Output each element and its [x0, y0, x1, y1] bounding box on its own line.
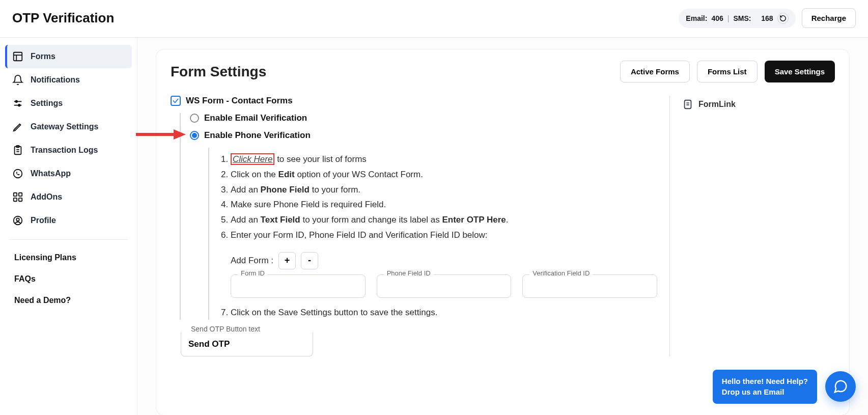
sidebar-label: Forms [31, 52, 55, 61]
form-id-label: Form ID [238, 269, 268, 277]
sidebar-item-settings[interactable]: Settings [5, 92, 132, 115]
credits-pill: Email:406 | SMS: 168 [679, 9, 795, 28]
help-bubble: Hello there! Need Help? Drop us an Email [713, 370, 856, 404]
verification-field-id-wrap: Verification Field ID [522, 274, 657, 298]
help-line1: Hello there! Need Help? [722, 376, 808, 387]
form-id-input[interactable] [231, 274, 366, 298]
sidebar-label: Notifications [31, 75, 80, 85]
chat-icon [833, 379, 848, 394]
form-link[interactable]: FormLink [682, 99, 835, 110]
add-form-plus-button[interactable]: + [278, 252, 296, 269]
sidebar-item-gateway[interactable]: Gateway Settings [5, 115, 132, 139]
step-6: Enter your Form ID, Phone Field ID and V… [231, 228, 657, 243]
phone-radio[interactable] [190, 131, 199, 140]
sidebar-link-licensing[interactable]: Licensing Plans [5, 247, 132, 268]
verification-field-id-input[interactable] [522, 274, 657, 298]
svg-marker-19 [174, 129, 186, 140]
sidebar-item-addons[interactable]: AddOns [5, 185, 132, 209]
click-here-link[interactable]: Click Here [231, 153, 274, 165]
page-actions: Active Forms Forms List Save Settings [620, 61, 835, 82]
add-form-minus-button[interactable]: - [301, 252, 318, 269]
topbar-right: Email:406 | SMS: 168 Recharge [679, 8, 856, 28]
plugin-checkbox[interactable] [171, 96, 181, 106]
svg-point-17 [16, 218, 19, 221]
svg-rect-0 [14, 52, 22, 61]
page-title: OTP Verification [12, 10, 114, 26]
phone-field-id-wrap: Phone Field ID [377, 274, 512, 298]
step-3: Add an Phone Field to your form. [231, 182, 657, 198]
instructions: Click Here to see your list of forms Cli… [208, 148, 657, 320]
sidebar-link-demo[interactable]: Need a Demo? [5, 290, 132, 311]
add-form-row: Add Form : + - [221, 252, 657, 269]
step-1-text: to see your list of forms [274, 154, 366, 164]
help-fab[interactable] [825, 371, 856, 402]
grid-icon [12, 191, 23, 203]
right-column: FormLink [682, 96, 835, 356]
topbar: OTP Verification Email:406 | SMS: 168 Re… [0, 0, 868, 38]
sliders-icon [12, 98, 23, 109]
email-label: Email: [686, 14, 707, 22]
form-id-wrap: Form ID [231, 274, 366, 298]
svg-rect-12 [14, 193, 17, 196]
active-forms-button[interactable]: Active Forms [620, 61, 690, 82]
sidebar-link-faqs[interactable]: FAQs [5, 268, 132, 290]
enable-email-row: Enable Email Verification [190, 113, 657, 123]
send-otp-input[interactable] [181, 332, 313, 356]
whatsapp-icon [12, 168, 23, 179]
add-form-label: Add Form : [231, 256, 273, 266]
page-head: Form Settings Active Forms Forms List Sa… [171, 61, 835, 82]
sidebar-item-whatsapp[interactable]: WhatsApp [5, 162, 132, 185]
clipboard-icon [12, 145, 23, 156]
sidebar-item-profile[interactable]: Profile [5, 209, 132, 232]
form-link-label: FormLink [698, 100, 736, 109]
svg-rect-15 [19, 198, 22, 201]
help-card[interactable]: Hello there! Need Help? Drop us an Email [713, 370, 817, 404]
sidebar-item-notifications[interactable]: Notifications [5, 68, 132, 92]
svg-point-11 [14, 170, 22, 178]
sidebar-label: WhatsApp [31, 169, 71, 178]
svg-rect-13 [19, 193, 22, 196]
sidebar-label: Profile [31, 216, 56, 225]
sidebar-item-transactions[interactable]: Transaction Logs [5, 139, 132, 162]
verification-options: Enable Email Verification Enable Phone V… [180, 113, 657, 320]
step-1: Click Here to see your list of forms [231, 152, 657, 167]
send-otp-wrap: Send OTP Button text [181, 332, 313, 356]
bell-icon [12, 74, 23, 86]
sidebar-label: Gateway Settings [31, 122, 98, 131]
enable-phone-row: Enable Phone Verification [190, 130, 657, 141]
email-count: 406 [711, 14, 723, 22]
step-2: Click on the Edit option of your WS Cont… [231, 167, 657, 182]
sidebar-item-forms[interactable]: Forms [5, 45, 132, 68]
svg-point-5 [15, 101, 17, 103]
phone-field-id-label: Phone Field ID [384, 269, 434, 277]
check-icon [172, 97, 179, 104]
separator: | [727, 14, 730, 22]
help-line2: Drop us an Email [722, 386, 808, 398]
pen-icon [12, 121, 23, 132]
settings-card: Form Settings Active Forms Forms List Sa… [156, 49, 850, 415]
email-radio[interactable] [190, 114, 199, 123]
refresh-icon [779, 15, 787, 22]
save-settings-button[interactable]: Save Settings [765, 61, 835, 82]
page-heading: Form Settings [171, 64, 266, 80]
left-column: WS Form - Contact Forms Enable Email Ver… [171, 96, 670, 356]
step-5: Add an Text Field to your form and chang… [231, 212, 657, 228]
verification-field-id-label: Verification Field ID [529, 269, 593, 277]
refresh-button[interactable] [777, 13, 789, 24]
phone-radio-label: Enable Phone Verification [204, 130, 311, 141]
recharge-button[interactable]: Recharge [802, 8, 856, 28]
forms-list-button[interactable]: Forms List [697, 61, 758, 82]
red-arrow-annotation [135, 127, 186, 144]
send-otp-label: Send OTP Button text [188, 325, 263, 333]
fields-row: Form ID Phone Field ID Verification Fiel… [221, 274, 657, 298]
sms-count: 168 [761, 14, 773, 22]
forms-icon [12, 51, 23, 62]
svg-point-6 [18, 104, 20, 106]
file-icon [682, 99, 693, 110]
sidebar: Forms Notifications Settings Gateway Set… [0, 38, 137, 415]
step-4: Make sure Phone Field is required Field. [231, 197, 657, 212]
phone-field-id-input[interactable] [377, 274, 512, 298]
step-7: Click on the Save Settings button to sav… [231, 305, 657, 320]
email-radio-label: Enable Email Verification [204, 113, 307, 123]
plugin-label: WS Form - Contact Forms [186, 96, 293, 106]
